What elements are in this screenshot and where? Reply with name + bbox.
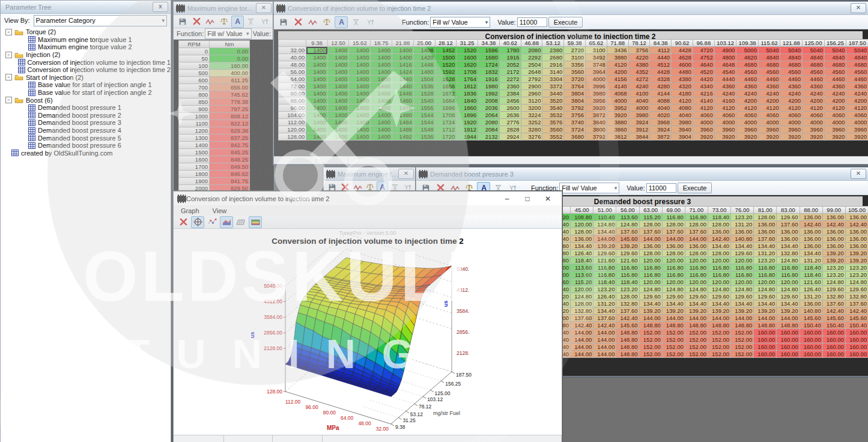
cell[interactable]: 3872 (586, 112, 607, 119)
cell[interactable]: 4380 (672, 76, 693, 83)
cell[interactable]: 120.00 (662, 257, 685, 264)
cell[interactable]: 4680 (736, 61, 759, 68)
cell[interactable]: 160.00 (800, 344, 822, 351)
cell[interactable]: 4240 (846, 90, 868, 97)
cell[interactable]: 140.80 (800, 307, 822, 315)
col-header-cell[interactable]: 83.00 (777, 207, 800, 214)
cell[interactable]: 3952 (607, 104, 628, 112)
cell[interactable]: 1460 (392, 97, 413, 104)
cell[interactable]: 4840 (803, 54, 825, 61)
cell[interactable]: 120.00 (685, 257, 708, 264)
cell[interactable]: 4060 (758, 112, 780, 119)
cell[interactable]: 2648 (521, 68, 542, 76)
cell[interactable]: 144.00 (593, 329, 616, 336)
col-header-cell[interactable]: 18.75 (371, 40, 392, 47)
cell[interactable]: 1400 (349, 47, 371, 54)
cell[interactable]: 160.00 (754, 329, 777, 336)
cell[interactable]: 2916 (542, 61, 564, 68)
cell[interactable]: 4068 (607, 90, 628, 97)
balance-icon[interactable] (320, 16, 333, 28)
function-select[interactable]: Fill w/ Value ▾ (559, 183, 619, 193)
cell[interactable]: 3792 (586, 133, 607, 141)
cell[interactable]: 4200 (780, 97, 803, 104)
cell[interactable]: 4352 (628, 68, 650, 76)
cell[interactable]: 3532 (542, 112, 564, 119)
cell[interactable]: 1400 (306, 76, 327, 83)
cell[interactable]: 134.40 (708, 243, 730, 250)
cell[interactable]: 4600 (672, 61, 693, 68)
cell[interactable]: 822.12 (210, 120, 250, 127)
cell[interactable]: 1400 (327, 54, 349, 61)
scatter-icon[interactable] (205, 216, 219, 228)
cell[interactable]: 611.25 (210, 77, 250, 84)
cell[interactable]: 160.00 (777, 351, 800, 358)
cell[interactable]: 1832 (478, 68, 500, 76)
cell[interactable]: 2828 (499, 126, 521, 133)
cell[interactable]: 1488 (392, 126, 413, 133)
cell[interactable]: 1400 (306, 133, 327, 141)
cell[interactable]: 3912 (628, 126, 650, 133)
cell[interactable]: 4840 (758, 54, 780, 61)
tree-table-item[interactable]: Demanded boost pressure 1 (1, 104, 171, 112)
cell[interactable]: 160.00 (800, 336, 822, 344)
cell[interactable]: 152.00 (685, 329, 708, 336)
cell[interactable]: 4160 (714, 97, 736, 104)
cell[interactable]: 128.00 (708, 250, 730, 257)
torque1-titlebar[interactable]: Maximum engine tor... ✕ (174, 2, 274, 15)
cell[interactable]: 129.60 (593, 250, 616, 257)
cell[interactable]: 144.00 (754, 315, 777, 322)
cell[interactable]: 118.40 (708, 214, 730, 221)
cell[interactable]: 1400 (349, 83, 371, 90)
cell[interactable]: 152.00 (639, 329, 662, 336)
cell[interactable]: 5040 (803, 47, 825, 54)
cell[interactable]: 4360 (736, 83, 759, 90)
minimize-icon[interactable]: – (497, 192, 517, 205)
col-header-cell[interactable]: 187.50 (846, 40, 868, 47)
cell[interactable]: 3964 (586, 68, 607, 76)
cell[interactable]: 1400 (306, 61, 327, 68)
cell[interactable]: 1656 (435, 83, 457, 90)
cell[interactable]: 3980 (586, 90, 607, 97)
cell[interactable]: 1520 (435, 61, 457, 68)
cell[interactable]: 1696 (435, 104, 457, 112)
cell[interactable]: 132.80 (777, 250, 800, 257)
cell[interactable]: 3740 (564, 119, 586, 126)
cell[interactable]: 0.00 (210, 48, 250, 55)
cell[interactable]: 4000 (736, 119, 759, 126)
cell[interactable]: 3924 (650, 126, 672, 133)
cell[interactable]: 2924 (499, 133, 521, 141)
cell[interactable]: 1480 (392, 112, 413, 119)
row-header-cell[interactable]: 104.00 (279, 112, 306, 119)
cell[interactable]: 116.80 (685, 264, 708, 271)
row-header-cell[interactable]: 800 (179, 91, 210, 98)
cell[interactable]: 126.40 (593, 293, 616, 300)
torque2-titlebar[interactable]: Maximum engine tor... ✕ (324, 168, 416, 181)
cell[interactable]: 656.00 (210, 84, 250, 91)
cell[interactable]: 134.40 (754, 243, 777, 250)
cell[interactable]: 137.60 (616, 307, 639, 315)
cell[interactable]: 3880 (607, 54, 628, 61)
cell[interactable]: 4200 (846, 97, 868, 104)
cell[interactable]: 160.00 (777, 329, 800, 336)
cell[interactable]: 3100 (586, 47, 607, 54)
cell[interactable]: 128.00 (639, 221, 662, 228)
cell[interactable]: 132.80 (822, 293, 845, 300)
balance-icon[interactable] (217, 16, 230, 28)
cell[interactable]: 160.00 (777, 336, 800, 344)
menu-graph[interactable]: Graph (181, 207, 199, 214)
cell[interactable]: 160.00 (845, 336, 868, 344)
x-axis-icon[interactable]: X (245, 16, 258, 28)
cell[interactable]: 137.60 (777, 221, 800, 228)
cell[interactable]: 3560 (542, 126, 564, 133)
col-header-cell[interactable]: 59.38 (564, 40, 586, 47)
cell[interactable]: 4240 (824, 90, 846, 97)
cell[interactable]: 3968 (650, 119, 672, 126)
cell[interactable]: 3356 (564, 61, 586, 68)
cell[interactable]: 120.00 (571, 221, 593, 228)
conv-titlebar[interactable]: Conversion of injection volume to inject… (274, 2, 868, 15)
cell[interactable]: 4560 (803, 68, 825, 76)
cell[interactable]: 137.60 (571, 315, 593, 322)
cell[interactable]: 2052 (499, 61, 521, 68)
cell[interactable]: 4648 (714, 61, 736, 68)
cell[interactable]: 113.60 (571, 271, 593, 279)
